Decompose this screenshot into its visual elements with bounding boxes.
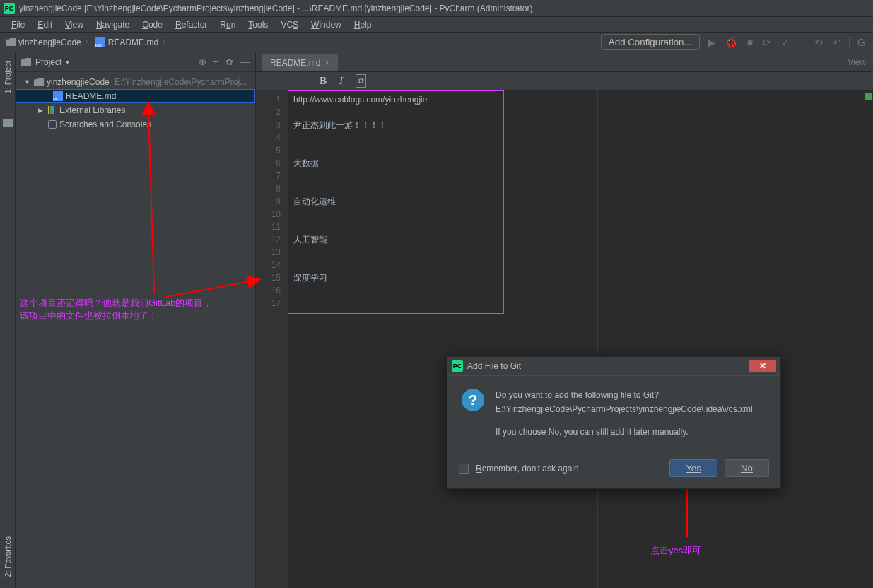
menu-navigate[interactable]: Navigate: [90, 18, 135, 31]
menu-run[interactable]: Run: [214, 18, 241, 31]
expand-icon[interactable]: ▶: [38, 107, 45, 114]
commit-icon[interactable]: ✓: [779, 37, 792, 48]
code-line[interactable]: [293, 144, 873, 157]
folder-icon: [34, 78, 44, 86]
breadcrumb-project-label: yinzhengjieCode: [18, 37, 81, 47]
dialog-message: Do you want to add the following file to…: [496, 389, 753, 448]
add-file-to-git-dialog: PC Add File to Git ✕ ? Do you want to ad…: [447, 356, 781, 489]
history-icon[interactable]: ⟲: [812, 37, 825, 48]
project-tool-tab[interactable]: 1: Project: [4, 57, 12, 98]
panel-title: Project: [35, 57, 61, 67]
close-button[interactable]: ✕: [749, 360, 776, 372]
navigation-bar: yinzhengjieCode 〉 README.md 〉 Add Config…: [0, 33, 873, 52]
menu-file[interactable]: File: [6, 18, 30, 31]
window-title: yinzhengjieCode [E:\YinzhengjieCode\Pych…: [19, 4, 533, 13]
expand-icon[interactable]: ▼: [24, 78, 31, 86]
add-configuration-button[interactable]: Add Configuration...: [601, 34, 700, 50]
code-line[interactable]: [293, 182, 873, 195]
menu-edit[interactable]: Edit: [32, 18, 58, 31]
favorites-tool-tab[interactable]: 2: Favorites: [4, 532, 12, 581]
question-icon: ?: [462, 389, 484, 411]
target-icon[interactable]: ⊕: [199, 57, 206, 67]
code-line[interactable]: [293, 284, 873, 297]
code-line[interactable]: 深度学习: [293, 271, 873, 284]
code-editor[interactable]: http://www.cnblogs.com/yinzhengjie尹正杰到此一…: [288, 90, 873, 588]
navbar-right: Add Configuration... ▶ 🐞 ■ ⟳ ✓ ↓ ⟲ ↶ G: [601, 34, 867, 50]
code-line[interactable]: 大数据: [293, 157, 873, 170]
dropdown-icon[interactable]: ▾: [66, 58, 69, 66]
dialog-body: ? Do you want to add the following file …: [447, 375, 780, 459]
breadcrumb-project[interactable]: yinzhengjieCode: [6, 37, 81, 47]
title-bar: PC yinzhengjieCode [E:\YinzhengjieCode\P…: [0, 0, 873, 17]
menu-code[interactable]: Code: [136, 18, 168, 31]
editor-area: README.md × View B I ⧉ 12345678910111213…: [256, 52, 873, 588]
code-line[interactable]: [293, 106, 873, 119]
chevron-icon: 〉: [161, 36, 170, 48]
run-icon[interactable]: ▶: [705, 37, 717, 48]
dialog-line: If you choose No, you can still add it l…: [496, 425, 753, 438]
hide-icon[interactable]: —: [240, 57, 250, 67]
no-button[interactable]: No: [725, 459, 769, 477]
extra-icon[interactable]: G: [855, 37, 867, 48]
dialog-title-bar[interactable]: PC Add File to Git ✕: [447, 357, 780, 375]
tree-scratches[interactable]: Scratches and Consoles: [16, 117, 255, 131]
tree-root-label: yinzhengjieCode: [47, 77, 110, 87]
scratches-icon: [48, 120, 57, 129]
tab-label: README.md: [270, 58, 320, 68]
bold-button[interactable]: B: [320, 75, 327, 87]
tree-external-libraries[interactable]: ▶ External Libraries: [16, 103, 255, 117]
markdown-file-icon: [95, 37, 105, 47]
editor-tab-readme[interactable]: README.md ×: [262, 54, 338, 71]
tree-root-path: E:\YinzhengjieCode\PycharmProj...: [112, 77, 247, 87]
view-mode-label[interactable]: View: [848, 57, 873, 67]
code-line[interactable]: 人工智能: [293, 233, 873, 246]
tree-external-label: External Libraries: [59, 105, 125, 115]
dialog-line: E:\YinzhengjieCode\PycharmProjects\yinzh…: [496, 403, 753, 416]
project-panel-header: Project ▾ ⊕ ÷ ✿ —: [16, 52, 255, 72]
menu-help[interactable]: Help: [348, 18, 377, 31]
menu-vcs[interactable]: VCS: [275, 18, 304, 31]
code-line[interactable]: [293, 259, 873, 271]
close-icon[interactable]: ×: [324, 58, 329, 68]
dialog-title: Add File to Git: [467, 361, 749, 371]
menu-refactor[interactable]: Refactor: [170, 18, 213, 31]
settings-icon[interactable]: ✿: [225, 57, 233, 67]
tree-file-readme[interactable]: README.md: [16, 89, 255, 103]
code-line[interactable]: [293, 220, 873, 233]
code-line[interactable]: [293, 208, 873, 220]
revert-icon[interactable]: ↶: [831, 37, 843, 48]
pull-icon[interactable]: ↓: [797, 37, 807, 48]
left-tool-gutter: 1: Project 2: Favorites: [0, 52, 16, 588]
italic-button[interactable]: I: [339, 75, 343, 87]
menu-tools[interactable]: Tools: [242, 18, 274, 31]
yes-button[interactable]: Yes: [669, 459, 717, 477]
update-icon[interactable]: ⟳: [761, 37, 773, 48]
code-line[interactable]: 自动化运维: [293, 195, 873, 208]
annotation-text-2: 点击yes即可: [650, 544, 701, 557]
menu-view[interactable]: View: [59, 18, 89, 31]
code-line[interactable]: [293, 297, 873, 310]
tree-root[interactable]: ▼ yinzhengjieCode E:\YinzhengjieCode\Pyc…: [16, 75, 255, 89]
collapse-icon[interactable]: ÷: [213, 57, 218, 67]
editor-body: 1234567891011121314151617 http://www.cnb…: [256, 90, 873, 588]
folder-icon: [21, 58, 31, 66]
code-line[interactable]: http://www.cnblogs.com/yinzhengjie: [293, 93, 873, 106]
annotation-line: 该项目中的文件也被拉倒本地了！: [20, 310, 212, 322]
menu-window[interactable]: Window: [305, 18, 347, 31]
code-line[interactable]: [293, 170, 873, 182]
dialog-line: Do you want to add the following file to…: [496, 389, 753, 401]
breadcrumb-file[interactable]: README.md: [95, 37, 158, 47]
image-button[interactable]: ⧉: [356, 74, 366, 88]
stop-icon[interactable]: ■: [745, 37, 755, 48]
annotation-line: 这个项目还记得吗？他就是我们GitLab的项目，: [20, 297, 212, 310]
debug-icon[interactable]: 🐞: [723, 37, 739, 48]
breadcrumb-file-label: README.md: [108, 37, 158, 47]
pycharm-icon: PC: [4, 3, 15, 14]
code-line[interactable]: [293, 131, 873, 144]
code-line[interactable]: 尹正杰到此一游！！！！: [293, 119, 873, 131]
remember-checkbox[interactable]: [459, 464, 469, 474]
code-line[interactable]: [293, 246, 873, 259]
annotation-text-1: 这个项目还记得吗？他就是我们GitLab的项目， 该项目中的文件也被拉倒本地了！: [20, 297, 212, 322]
structure-icon[interactable]: [3, 119, 13, 127]
right-margin-line: [597, 90, 598, 588]
